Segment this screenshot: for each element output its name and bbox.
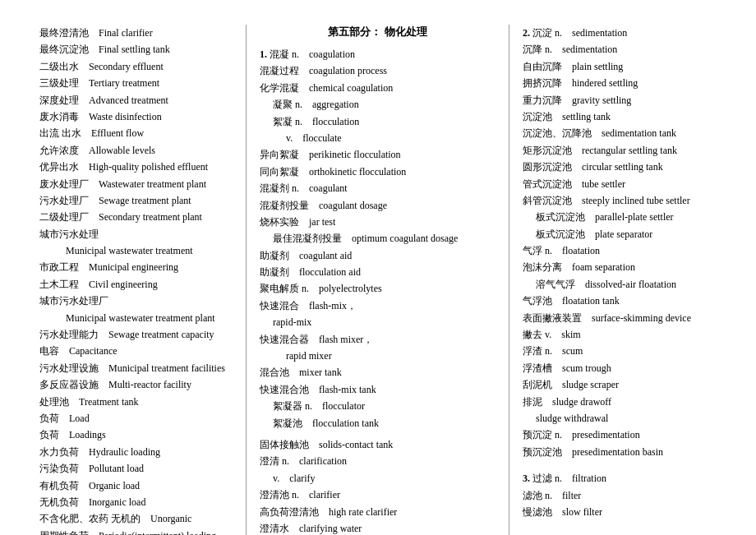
list-item: 预沉淀池 presedimentation basin	[523, 444, 717, 460]
en-text: presedimentation basin	[572, 446, 663, 458]
zh-text: 斜管沉淀池	[523, 195, 572, 206]
zh-text: 快速混合	[260, 300, 299, 311]
zh-text: 同向絮凝	[260, 166, 299, 178]
list-item: 快速混合器 flash mixer，	[260, 331, 496, 348]
en-text: jar test	[309, 216, 335, 228]
zh-text: 深度处理	[39, 95, 79, 106]
list-item: 快速混合池 flash-mix tank	[260, 381, 496, 398]
list-item: Municipal wastewater treatment	[39, 242, 233, 259]
list-item: 异向絮凝 perikinetic flocculation	[260, 146, 496, 163]
list-item: 污染负荷 Pollutant load	[39, 460, 233, 477]
en-text: Municipal engineering	[89, 261, 178, 273]
en-text: flash mixer，	[319, 334, 373, 345]
en-text: dissolved-air floatation	[585, 279, 676, 290]
en-text: Municipal treatment facilities	[108, 362, 225, 374]
zh-text: 预沉淀池	[523, 446, 562, 458]
zh-text: 沉淀池、沉降池	[523, 127, 592, 139]
zh-text: 澄清 n.	[260, 455, 289, 467]
en-text: floatation	[562, 245, 600, 256]
en-text: Final clarifier	[99, 27, 153, 39]
number-label: 3.	[523, 473, 530, 484]
list-item: Municipal wastewater treatment plant	[39, 310, 233, 326]
en-text: Capacitance	[69, 345, 118, 357]
en-text: sludge scraper	[562, 379, 619, 390]
zh-text: 浮渣 n.	[523, 345, 552, 357]
list-item: 澄清 n. clarification	[260, 453, 496, 469]
zh-text: 泡沫分离	[523, 261, 562, 273]
list-item: 快速混合 flash-mix，	[260, 297, 496, 314]
zh-text: 混凝剂投量	[260, 200, 309, 211]
list-item: v. clarify	[260, 470, 496, 487]
list-item: 烧杯实验 jar test	[260, 214, 496, 230]
zh-text: 固体接触池	[260, 439, 309, 450]
list-item: 沉降 n. sedimentation	[523, 41, 717, 58]
zh-text: 沉降 n.	[523, 44, 552, 55]
zh-text: 无机负荷	[39, 496, 79, 508]
list-item: 电容 Capacitance	[39, 343, 233, 359]
list-item: 二级处理厂 Secondary treatment plant	[39, 209, 233, 225]
zh-text: 污水处理设施	[39, 362, 99, 374]
list-item: 深度处理 Advanced treatment	[39, 92, 233, 108]
list-item: 同向絮凝 orthokinetic flocculation	[260, 164, 496, 180]
en-text: Periodic(intermittent) loading	[99, 530, 216, 535]
list-item: 固体接触池 solids-contact tank	[260, 436, 496, 453]
zh-text: 优异出水	[39, 161, 79, 173]
list-item: 助凝剂 coagulant aid	[260, 247, 496, 264]
list-item: 浮渣 n. scum	[523, 343, 717, 359]
list-item: 高负荷澄清池 high rate clarifier	[260, 504, 496, 520]
list-item: 排泥 sludge drawoff	[523, 394, 717, 410]
en-text: coagulation	[309, 48, 355, 60]
zh-text: 溶气气浮	[536, 279, 575, 290]
list-item: 最终澄清池 Final clarifier	[39, 25, 233, 41]
zh-text: 污染负荷	[39, 463, 79, 474]
list-item: 斜管沉淀池 steeply inclined tube settler	[523, 192, 717, 209]
list-item: 负荷 Loadings	[39, 427, 233, 443]
list-item: 助凝剂 flocculation aid	[260, 264, 496, 280]
list-item: 污水处理能力 Sewage treatment capacity	[39, 326, 233, 343]
right-column: 2. 沉淀 n. sedimentation沉降 n. sedimentatio…	[509, 25, 723, 535]
zh-text: 有机负荷	[39, 480, 79, 491]
en-text: sedimentation tank	[602, 127, 676, 139]
en-text: filtration	[572, 473, 606, 484]
list-item: 混凝剂 n. coagulant	[260, 180, 496, 196]
en-text: settling tank	[562, 111, 611, 122]
list-item: 出流 出水 Effluent flow	[39, 125, 233, 141]
zh-text: 助凝剂	[260, 266, 289, 278]
en-text: Unorganic	[150, 513, 191, 524]
en-text: Allowable levels	[89, 145, 155, 156]
en-text: circular settling tank	[582, 161, 663, 173]
zh-text: 废水处理厂	[39, 178, 89, 190]
en-text: scum	[562, 345, 583, 357]
en-text: Inorganic load	[89, 496, 145, 508]
en-text: tube settler	[582, 178, 625, 190]
list-item: 聚电解质 n. polyelectrolytes	[260, 280, 496, 297]
list-item: 滤池 n. filter	[523, 487, 717, 504]
list-item: 处理池 Treatment tank	[39, 394, 233, 410]
left-entries: 最终澄清池 Final clarifier最终沉淀池 Final settlin…	[39, 25, 233, 535]
en-text: Effluent flow	[91, 127, 144, 139]
list-item: 浮渣槽 scum trough	[523, 360, 717, 376]
en-text: Municipal wastewater treatment plant	[66, 312, 215, 324]
list-item: 沉淀池 settling tank	[523, 108, 717, 125]
en-text: flocculation aid	[299, 266, 361, 278]
en-text: flocculate	[302, 132, 341, 144]
en-text: aggregation	[312, 99, 359, 110]
en-text: scum trough	[562, 362, 611, 374]
en-text: flocculator	[322, 400, 365, 412]
en-text: Municipal wastewater treatment	[66, 245, 193, 256]
en-text: surface-skimming device	[592, 312, 691, 324]
left-column: 最终澄清池 Final clarifier最终沉淀池 Final settlin…	[33, 25, 247, 535]
section-header: 第五部分： 物化处理	[260, 25, 496, 39]
list-item: 沉淀池、沉降池 sedimentation tank	[523, 125, 717, 141]
en-text: Load	[69, 413, 90, 424]
en-text: hindered settling	[572, 77, 638, 89]
list-item: 絮凝池 flocculation tank	[260, 415, 496, 431]
list-item: 三级处理 Tertiary treatment	[39, 75, 233, 91]
middle-entries: 1. 混凝 n. coagulation混凝过程 coagulation pro…	[260, 46, 496, 535]
zh-text: 快速混合器	[260, 334, 309, 345]
list-item: 板式沉淀池 plate separator	[523, 226, 717, 242]
zh-text: 最佳混凝剂投量	[273, 233, 342, 244]
list-item: 絮凝 n. flocculation	[260, 113, 496, 130]
zh-text: 助凝剂	[260, 250, 289, 261]
en-text: Loadings	[69, 429, 106, 440]
